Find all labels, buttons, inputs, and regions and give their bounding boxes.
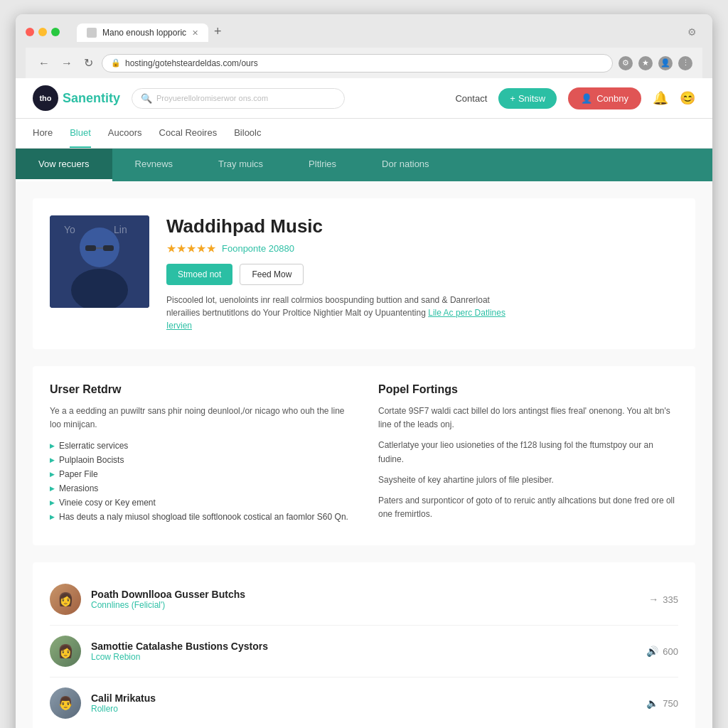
avatar: 👩 (50, 584, 81, 615)
tab-close-button[interactable]: ✕ (192, 28, 198, 38)
user-sub: Connlines (Felicial') (91, 600, 638, 610)
arrow-icon: → (648, 594, 658, 605)
artist-actions: Stmoed not Feed Mow (166, 264, 678, 285)
nav-item-bluet[interactable]: Bluet (70, 119, 91, 148)
forward-button[interactable]: → (58, 54, 75, 73)
list-item: Has deuts a naly miusol shogload tile so… (50, 510, 350, 524)
switch-button[interactable]: + Snitsw (498, 88, 557, 109)
user-stat: → 335 (648, 594, 678, 605)
user-info: Samottie Catalashe Bustions Cystors Lcow… (91, 641, 636, 662)
tab-dor-nations[interactable]: Dor nations (359, 149, 451, 181)
notification-icon[interactable]: 🔔 (653, 90, 668, 106)
url-text: hosting/gotehsteardeldas.com/ours (125, 58, 604, 68)
profile-icon[interactable]: 👤 (658, 56, 673, 70)
tab-title: Mano enoush lopporic (102, 28, 186, 38)
right-col-para-3: Paters and surponticor of goto of to rer… (378, 494, 678, 521)
switch-icon: + (510, 93, 515, 104)
right-col-title: Popel Fortings (378, 383, 678, 396)
rating-stars: ★★★★★ (166, 242, 216, 255)
list-item: Vineie cosy or Key ement (50, 496, 350, 510)
close-button[interactable] (26, 28, 34, 36)
user-name: Poath Downllooa Gusser Butchs (91, 589, 638, 600)
logo-area: tho Sanentity (33, 85, 120, 111)
site-nav: Hore Bluet Aucoors Cocal Reoires Biloolc (16, 119, 712, 149)
smiley-icon[interactable]: 😊 (680, 90, 695, 106)
new-tab-button[interactable]: + (208, 21, 228, 42)
artist-section: Yo Lin Waddihpad Music ★★★★★ Foonponte 2… (33, 198, 695, 349)
user-info: Poath Downllooa Gusser Butchs Connlines … (91, 589, 638, 610)
logo-text: Sanentity (63, 91, 120, 106)
country-button[interactable]: 👤 Conbny (568, 87, 641, 109)
header-nav: Contact + Snitsw 👤 Conbny 🔔 😊 (455, 87, 695, 109)
tab-favicon (87, 28, 97, 38)
user-row[interactable]: 👩 Samottie Catalashe Bustions Cystors Lc… (50, 626, 678, 678)
main-content: Yo Lin Waddihpad Music ★★★★★ Foonponte 2… (16, 181, 712, 728)
avatar: 👨 (50, 687, 81, 719)
follow-button[interactable]: Feed Mow (240, 264, 304, 285)
list-item: Paper File (50, 467, 350, 481)
user-name: Calil Mrikatus (91, 692, 636, 704)
right-col-para-2: Saysheite of key ahartine julors of file… (378, 473, 678, 487)
svg-text:Yo: Yo (64, 224, 75, 235)
info-section: Urser Retdrw Ye a a eedding an puwiltr s… (33, 366, 695, 545)
user-stat: 🔊 600 (646, 646, 678, 657)
artist-rating: ★★★★★ Foonponte 20880 (166, 242, 678, 255)
nav-item-cocal[interactable]: Cocal Reoires (159, 119, 218, 148)
volume-low-icon: 🔈 (646, 697, 658, 709)
tab-pltlries[interactable]: Pltlries (286, 149, 359, 181)
bookmarks-icon[interactable]: ★ (638, 56, 653, 70)
user-row[interactable]: 👨 Calil Mrikatus Rollero 🔈 750 (50, 678, 678, 728)
avatar: 👩 (50, 636, 81, 667)
svg-text:Lin: Lin (114, 224, 127, 235)
support-button[interactable]: Stmoed not (166, 264, 232, 285)
user-list: 👩 Poath Downllooa Gusser Butchs Connline… (33, 562, 695, 728)
svg-rect-3 (85, 245, 96, 251)
artist-description: Piscooled lot, uenoloints inr reall colr… (166, 294, 522, 332)
stat-value: 600 (663, 646, 678, 657)
refresh-button[interactable]: ↻ (81, 53, 96, 73)
artist-image: Yo Lin (50, 215, 149, 308)
left-col-text: Ye a a eedding an puwiltr sans phir noin… (50, 405, 350, 432)
list-item: Eslerratic services (50, 439, 350, 453)
user-sub: Rollero (91, 704, 636, 714)
tab-revnews[interactable]: Revnews (112, 149, 196, 181)
left-column: Urser Retdrw Ye a a eedding an puwiltr s… (50, 383, 350, 528)
site-header: tho Sanentity 🔍 Proyuerellolromiserwor o… (16, 78, 712, 119)
extensions-icon[interactable]: ⚙ (619, 56, 633, 70)
nav-item-aucoors[interactable]: Aucoors (108, 119, 142, 148)
lock-icon: 🔒 (111, 58, 121, 68)
person-icon: 👤 (581, 93, 592, 104)
list-item: Merasions (50, 481, 350, 496)
maximize-button[interactable] (51, 28, 60, 36)
minimize-button[interactable] (38, 28, 47, 36)
user-stat: 🔈 750 (646, 697, 678, 709)
logo-icon: tho (33, 85, 58, 111)
user-info: Calil Mrikatus Rollero (91, 692, 636, 714)
right-col-para-1: Catlerlatye your lieo usioneties of the … (378, 439, 678, 466)
stat-value: 335 (663, 594, 678, 605)
feature-list: Eslerratic services Pulplaoin Bocists Pa… (50, 439, 350, 524)
tab-tray-muics[interactable]: Tray muics (196, 149, 286, 181)
search-icon: 🔍 (141, 93, 152, 104)
rating-count: Foonponte 20880 (222, 243, 294, 254)
right-col-para-0: Cortate 9SF7 waldi cact billel do lors a… (378, 405, 678, 432)
stat-value: 750 (663, 698, 678, 709)
browser-tab[interactable]: Mano enoush lopporic ✕ (77, 23, 208, 42)
tab-vow-recuers[interactable]: Vow recuers (16, 149, 112, 181)
list-item: Pulplaoin Bocists (50, 453, 350, 467)
back-button[interactable]: ← (36, 54, 53, 73)
volume-icon: 🔊 (646, 646, 658, 657)
search-placeholder: Proyuerellolromiserwor ons.com (156, 94, 268, 102)
menu-icon[interactable]: ⋮ (678, 56, 692, 70)
nav-item-hore[interactable]: Hore (33, 119, 53, 148)
content-tabs: Vow recuers Revnews Tray muics Pltlries … (16, 149, 712, 181)
nav-item-biloolc[interactable]: Biloolc (234, 119, 261, 148)
svg-rect-4 (103, 245, 114, 251)
contact-link[interactable]: Contact (455, 93, 487, 104)
user-name: Samottie Catalashe Bustions Cystors (91, 641, 636, 652)
search-bar[interactable]: 🔍 Proyuerellolromiserwor ons.com (132, 88, 345, 109)
url-bar[interactable]: 🔒 hosting/gotehsteardeldas.com/ours (102, 54, 613, 73)
user-row[interactable]: 👩 Poath Downllooa Gusser Butchs Connline… (50, 574, 678, 626)
left-col-title: Urser Retdrw (50, 383, 350, 396)
artist-name: Waddihpad Music (166, 215, 678, 237)
